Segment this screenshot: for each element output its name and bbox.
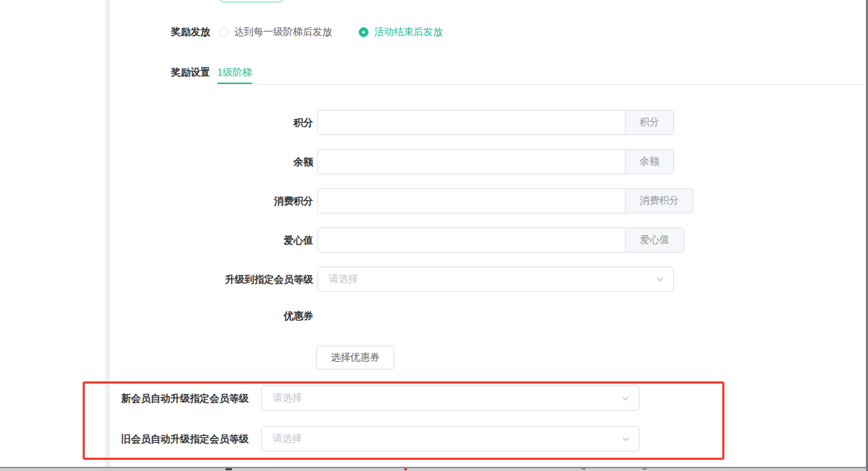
balance-suffix: 余额 [625, 150, 673, 174]
love-value-label: 爱心值 [173, 227, 313, 253]
cutoff-mark-red [404, 468, 407, 470]
chevron-down-icon [621, 393, 631, 403]
new-member-upgrade-placeholder: 请选择 [273, 392, 621, 405]
radio-unchecked-icon[interactable] [219, 27, 228, 37]
reward-settings-label: 奖励设置 [112, 66, 210, 78]
old-member-upgrade-placeholder: 请选择 [273, 433, 621, 445]
tab-tier-1[interactable]: 1级阶梯 [217, 66, 252, 78]
balance-label: 余额 [173, 149, 313, 174]
select-coupon-button[interactable]: 选择优惠券 [316, 346, 394, 370]
upgrade-level-select[interactable]: 请选择 [317, 267, 674, 292]
points-suffix: 积分 [625, 111, 673, 134]
radio-option-label[interactable]: 活动结束后发放 [374, 26, 443, 38]
reward-issue-label: 奖励发放 [112, 26, 210, 37]
radio-option-label[interactable]: 达到每一级阶梯后发放 [234, 26, 332, 38]
chevron-down-icon [621, 434, 631, 444]
consume-points-input-group: 消费积分 [317, 188, 694, 213]
cutoff-mark [642, 468, 647, 470]
love-value-input[interactable] [318, 228, 625, 252]
balance-input[interactable] [318, 150, 625, 174]
old-member-upgrade-label: 旧会员自动升级指定会员等级 [109, 426, 249, 451]
consume-points-input[interactable] [318, 189, 625, 213]
page: 奖励发放 达到每一级阶梯后发放 活动结束后发放 奖励设置 1级阶梯 积分 积分 … [0, 0, 868, 471]
radio-option-issue-per-tier[interactable]: 达到每一级阶梯后发放 [219, 26, 332, 38]
radio-option-issue-after-activity[interactable]: 活动结束后发放 [359, 26, 443, 38]
chevron-down-icon [655, 274, 665, 284]
consume-points-label: 消费积分 [173, 188, 313, 213]
upgrade-level-placeholder: 请选择 [329, 273, 655, 286]
cutoff-top-button[interactable] [219, 0, 284, 3]
upgrade-level-label: 升级到指定会员等级 [173, 267, 313, 292]
love-value-input-group: 爱心值 [317, 227, 684, 253]
love-value-suffix: 爱心值 [625, 228, 684, 252]
consume-points-suffix: 消费积分 [625, 189, 693, 213]
bottom-cutoff-strip [0, 468, 868, 471]
radio-checked-icon[interactable] [359, 27, 368, 37]
cutoff-mark [226, 468, 232, 470]
old-member-upgrade-select[interactable]: 请选择 [261, 426, 640, 451]
points-label: 积分 [173, 110, 313, 135]
points-input-group: 积分 [317, 110, 674, 135]
points-input[interactable] [318, 111, 625, 134]
new-member-upgrade-select[interactable]: 请选择 [261, 386, 640, 411]
coupon-label: 优惠券 [173, 310, 313, 321]
balance-input-group: 余额 [317, 149, 674, 174]
tab-bar-border [217, 84, 864, 85]
cutoff-mark [581, 468, 586, 470]
new-member-upgrade-label: 新会员自动升级指定会员等级 [109, 386, 249, 411]
